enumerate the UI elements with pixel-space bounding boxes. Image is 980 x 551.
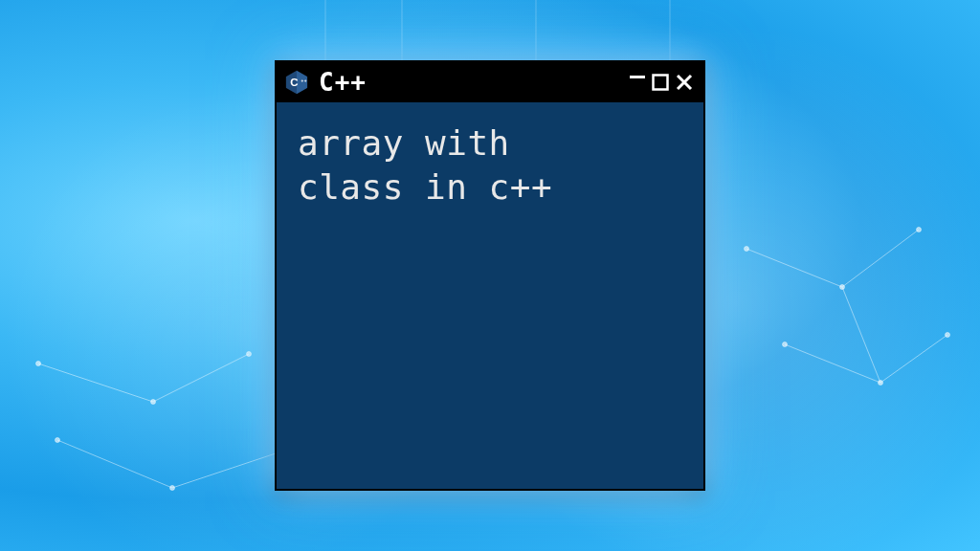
svg-text:+: + (301, 78, 303, 83)
svg-line-13 (880, 335, 947, 383)
svg-point-4 (36, 362, 41, 366)
svg-line-1 (153, 354, 249, 402)
svg-point-6 (247, 352, 252, 357)
svg-rect-31 (654, 76, 668, 90)
svg-line-12 (785, 344, 880, 383)
cpp-logo-icon: C + + (284, 70, 309, 95)
content-text: array with class in c++ (298, 121, 682, 209)
svg-line-2 (57, 440, 172, 488)
terminal-content: array with class in c++ (277, 102, 703, 489)
window-controls (629, 73, 694, 92)
terminal-window: C + + C++ array with class in c++ (275, 60, 705, 491)
minimize-button[interactable] (629, 68, 646, 85)
svg-point-20 (946, 333, 950, 338)
svg-point-8 (170, 486, 175, 491)
svg-line-14 (842, 287, 880, 383)
svg-point-17 (917, 228, 922, 232)
close-button[interactable] (675, 73, 694, 92)
svg-rect-30 (630, 76, 645, 78)
svg-point-16 (840, 285, 845, 290)
svg-point-15 (745, 247, 749, 252)
svg-text:C: C (290, 77, 298, 88)
svg-line-3 (172, 450, 287, 488)
window-title: C++ (319, 68, 619, 97)
svg-point-18 (783, 342, 788, 347)
svg-text:+: + (304, 78, 307, 83)
svg-line-0 (38, 364, 153, 402)
svg-line-11 (842, 230, 919, 287)
svg-point-7 (56, 438, 60, 443)
svg-point-5 (151, 400, 156, 405)
svg-line-10 (746, 249, 842, 287)
titlebar[interactable]: C + + C++ (277, 62, 703, 102)
svg-point-19 (879, 381, 883, 386)
maximize-button[interactable] (652, 74, 669, 91)
